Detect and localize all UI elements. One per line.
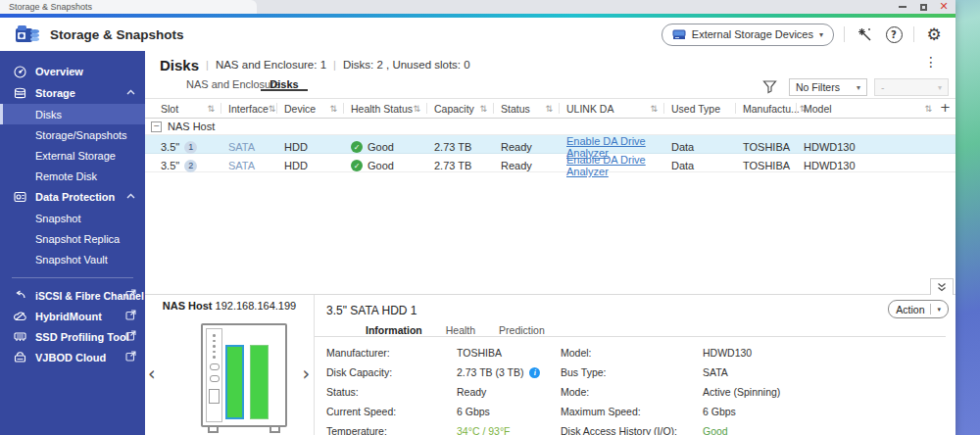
enable-da-drive-analyzer-link[interactable]: Enable DA Drive Analyzer	[566, 154, 663, 177]
column-status[interactable]: Status⇅	[493, 99, 559, 118]
sidebar: Overview Storage Disks Storage/Snapshots…	[0, 51, 145, 435]
external-storage-devices-button[interactable]: External Storage Devices ▾	[662, 24, 834, 46]
sidebar-item-disks[interactable]: Disks	[0, 104, 145, 124]
sidebar-item-storage[interactable]: Storage	[0, 82, 145, 104]
action-button[interactable]: Action ▾	[888, 300, 949, 318]
sort-icon[interactable]: ⇅	[479, 104, 487, 114]
bottom-detail-panel: NAS Host 192.168.164.199 ‹ ›	[145, 294, 956, 435]
tab-prediction[interactable]: Prediction	[499, 324, 545, 336]
sidebar-item-vjbod-cloud[interactable]: VJBOD Cloud	[0, 347, 145, 367]
column-ulink-da[interactable]: ULINK DA⇅	[559, 99, 663, 118]
disk-details-panel: 3.5" SATA HDD 1 Action ▾ Information Hea…	[314, 295, 956, 435]
window-title: Storage & Snapshots	[0, 0, 257, 14]
table-row[interactable]: 3.5"2 SATA HDD ✓Good 2.73 TB Ready Enabl…	[145, 154, 956, 172]
drive-bay-1[interactable]	[225, 345, 244, 419]
tab-information[interactable]: Information	[366, 324, 422, 336]
add-column-icon[interactable]: +	[940, 100, 951, 115]
sidebar-item-external-storage[interactable]: External Storage	[0, 145, 145, 166]
collapse-group-icon[interactable]: −	[151, 121, 162, 132]
sidebar-item-snapshot-replica[interactable]: Snapshot Replica	[0, 228, 145, 249]
tab-disks[interactable]: Disks	[255, 78, 314, 90]
column-capacity[interactable]: Capacity⇅	[426, 99, 493, 118]
sort-icon[interactable]: ⇅	[269, 104, 276, 114]
close-button[interactable]: ✕	[938, 1, 950, 13]
chevron-up-icon	[126, 193, 135, 199]
column-device[interactable]: Device⇅	[276, 99, 343, 118]
sort-icon[interactable]: ⇅	[545, 104, 553, 114]
window-titlebar: Storage & Snapshots ✕	[0, 0, 956, 14]
sort-icon[interactable]: ⇅	[413, 104, 420, 114]
external-link-icon	[125, 351, 136, 362]
column-slot[interactable]: Slot⇅	[145, 99, 220, 118]
sidebar-item-data-protection[interactable]: Data Protection	[0, 186, 145, 208]
table-row[interactable]: 3.5"1 SATA HDD ✓Good 2.73 TB Ready Enabl…	[145, 135, 956, 154]
maximize-button[interactable]	[917, 1, 929, 13]
slot-number-badge: 2	[184, 160, 197, 172]
filter-select[interactable]: No Filters ▾	[789, 78, 867, 96]
tab-health[interactable]: Health	[446, 324, 475, 336]
detail-fields: Manufacturer: TOSHIBA Model: HDWD130 Dis…	[326, 343, 946, 435]
external-link-icon	[125, 330, 136, 341]
more-options-icon[interactable]: ⋮	[924, 54, 938, 70]
external-drive-icon	[672, 29, 686, 40]
column-model[interactable]: Model⇅	[796, 99, 956, 118]
drive-bay-2[interactable]	[250, 345, 269, 419]
app-title: Storage & Snapshots	[50, 27, 184, 42]
group-label: NAS Host	[168, 121, 215, 132]
health-good-icon: ✓	[351, 141, 363, 153]
table-header: Slot⇅ Interface⇅ Device⇅ Health Status⇅ …	[145, 99, 956, 119]
sort-icon[interactable]: ⇅	[329, 104, 337, 114]
filter-funnel-icon[interactable]	[762, 79, 777, 94]
disk-access-history-value: Good	[703, 425, 946, 435]
sort-icon[interactable]: ⇅	[207, 104, 215, 114]
page-title: Disks	[160, 57, 199, 73]
temperature-value: 34°C / 93°F	[457, 425, 561, 435]
collapse-panel-button[interactable]	[930, 278, 954, 295]
sidebar-item-hybridmount[interactable]: HybridMount	[0, 306, 145, 326]
info-icon[interactable]: i	[529, 367, 540, 378]
ssd-icon	[13, 331, 27, 342]
chevron-down-icon: ▾	[937, 306, 941, 314]
sidebar-item-snapshot[interactable]: Snapshot	[0, 208, 145, 228]
magic-wand-icon[interactable]	[855, 24, 874, 44]
help-icon[interactable]: ?	[884, 24, 904, 44]
app-window: Storage & Snapshots ✕ Storage & Snapshot…	[0, 0, 956, 435]
slot-number-badge: 1	[184, 141, 197, 154]
nas-front-strip	[206, 328, 222, 422]
column-interface[interactable]: Interface⇅	[220, 99, 276, 118]
iscsi-icon	[13, 290, 27, 301]
sidebar-item-remote-disk[interactable]: Remote Disk	[0, 166, 145, 186]
main-content: Disks | NAS and Enclosure: 1 | Disks: 2 …	[145, 51, 956, 435]
divider	[844, 26, 845, 42]
summary-nas-enclosure: NAS and Enclosure: 1	[216, 59, 326, 71]
chevron-down-icon: ▾	[857, 83, 860, 92]
filter-select-secondary[interactable]: - ▾	[874, 78, 949, 96]
external-link-icon	[125, 310, 136, 320]
column-health-status[interactable]: Health Status⇅	[343, 99, 426, 118]
detail-tabs: Information Health Prediction	[315, 324, 946, 337]
snapshot-camera-icon	[13, 191, 27, 203]
sort-icon[interactable]: ⇅	[650, 104, 658, 114]
column-manufacturer[interactable]: Manufactu...⇅	[735, 99, 796, 118]
disk-stack-icon	[13, 87, 27, 100]
sidebar-item-snapshot-vault[interactable]: Snapshot Vault	[0, 249, 145, 269]
column-used-type[interactable]: Used Type	[663, 99, 735, 118]
chevron-up-icon	[126, 89, 135, 95]
health-good-icon: ✓	[351, 160, 363, 171]
cloud-icon	[13, 312, 27, 321]
enclosure-preview: NAS Host 192.168.164.199 ‹ ›	[145, 295, 314, 435]
app-header: Storage & Snapshots External Storage Dev…	[0, 18, 956, 51]
sidebar-item-ssd-profiling-tool[interactable]: SSD Profiling Tool	[0, 326, 145, 347]
chevron-down-icon: ▾	[819, 30, 823, 39]
group-row-nas-host[interactable]: − NAS Host	[145, 119, 956, 135]
next-enclosure-arrow[interactable]: ›	[302, 365, 310, 381]
sidebar-item-overview[interactable]: Overview	[0, 61, 145, 82]
minimize-button[interactable]	[897, 1, 908, 13]
vjbod-cloud-icon	[13, 352, 27, 362]
previous-enclosure-arrow[interactable]: ‹	[148, 365, 156, 381]
settings-gear-icon[interactable]: ⚙	[924, 24, 944, 44]
sidebar-item-iscsi-fibre-channel[interactable]: iSCSI & Fibre Channel	[0, 285, 145, 306]
storage-snapshots-app-icon	[15, 24, 40, 45]
sidebar-item-storage-snapshots[interactable]: Storage/Snapshots	[0, 124, 145, 145]
sort-icon[interactable]: ⇅	[924, 104, 932, 114]
